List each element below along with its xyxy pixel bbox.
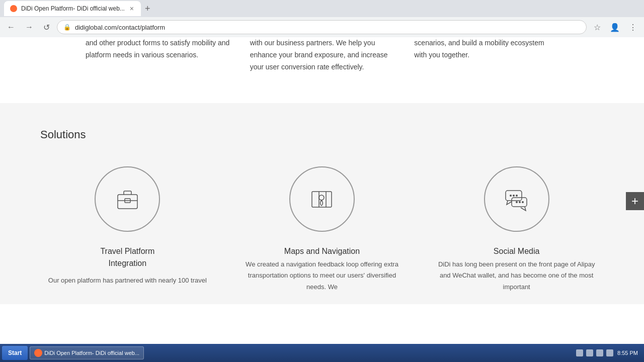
chat-icon [503,186,530,213]
svg-point-14 [522,201,524,203]
travel-platform-subtitle: Integration [109,259,147,268]
svg-point-9 [510,195,512,197]
bookmark-button[interactable]: ☆ [591,21,604,34]
map-icon [308,186,336,213]
svg-rect-0 [118,195,137,209]
svg-point-6 [319,195,324,200]
menu-button[interactable]: ⋮ [626,21,640,34]
browser-tab[interactable]: DiDi Open Platform- DiDi official web...… [4,1,141,16]
maps-desc: We created a navigation feedback loop of… [242,259,403,292]
account-button[interactable]: 👤 [607,21,623,34]
toolbar-right-controls: ☆ 👤 ⋮ [591,21,640,34]
solutions-title: Solutions [40,128,604,141]
briefcase-icon [114,186,141,213]
close-tab-button[interactable]: × [129,4,135,14]
tab-favicon-icon [10,5,17,12]
solution-card-social: Social Media DiDi has long been present … [436,166,597,292]
maps-name: Maps and Navigation [284,247,360,256]
browser-toolbar: ← → ↺ 🔒 didiglobal.com/contact/platform … [0,17,644,37]
top-section: and other product forms to satisfy mobil… [0,37,644,103]
top-col-2-text: with our business partners. We help you … [250,37,394,73]
browser-titlebar: DiDi Open Platform- DiDi official web...… [0,0,644,17]
top-col-1: and other product forms to satisfy mobil… [75,37,240,73]
svg-point-13 [519,201,521,203]
svg-rect-3 [312,192,332,207]
social-media-name: Social Media [494,247,540,256]
solution-card-travel: Travel Platform Integration Our open pla… [47,166,208,292]
tab-title: DiDi Open Platform- DiDi official web... [21,5,125,12]
travel-platform-desc: Our open platform has partnered with nea… [48,275,207,286]
top-col-1-text: and other product forms to satisfy mobil… [86,37,230,61]
top-col-3-text: scenarios, and build a mobility ecosyste… [414,37,558,61]
social-icon-circle [484,166,549,232]
top-columns: and other product forms to satisfy mobil… [45,37,599,73]
lock-icon: 🔒 [63,24,71,31]
page-content: and other product forms to satisfy mobil… [0,37,644,304]
forward-button[interactable]: → [22,21,36,34]
top-col-2: with our business partners. We help you … [240,37,405,73]
refresh-button[interactable]: ↺ [40,21,53,34]
solutions-section: Solutions Travel Platform Integration Ou… [0,103,644,304]
top-col-3: scenarios, and build a mobility ecosyste… [404,37,569,73]
svg-point-12 [516,201,518,203]
travel-platform-name: Travel Platform [100,247,154,256]
svg-point-10 [513,195,515,197]
back-button[interactable]: ← [4,21,18,34]
new-tab-button[interactable]: + [141,4,154,14]
svg-point-11 [516,195,518,197]
solution-card-maps: Maps and Navigation We created a navigat… [242,166,403,292]
solutions-grid: Travel Platform Integration Our open pla… [40,166,604,292]
address-text: didiglobal.com/contact/platform [75,24,580,31]
maps-icon-circle [289,166,355,232]
floating-plus-button[interactable]: + [626,192,644,210]
address-bar[interactable]: 🔒 didiglobal.com/contact/platform [57,20,587,34]
social-media-desc: DiDi has long been present on the front … [436,259,597,292]
travel-platform-icon-circle [95,166,160,232]
